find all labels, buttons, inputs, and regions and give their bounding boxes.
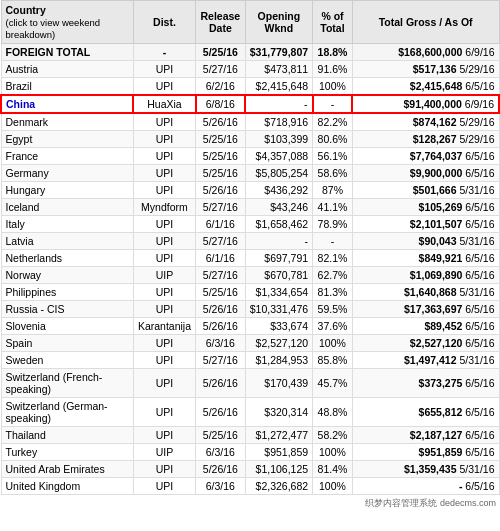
- cell-country: France: [1, 148, 133, 165]
- gross-amount: $9,900,000: [410, 167, 465, 179]
- cell-pct-total: 91.6%: [313, 61, 353, 78]
- cell-pct-total: 100%: [313, 444, 353, 461]
- gross-amount: $655,812: [419, 406, 466, 418]
- cell-country: Egypt: [1, 131, 133, 148]
- cell-country: Spain: [1, 335, 133, 352]
- cell-pct-total: -: [313, 233, 353, 250]
- cell-release-date: 6/8/16: [196, 95, 246, 113]
- cell-total-gross: $2,415,648 6/5/16: [352, 78, 499, 96]
- cell-country: Austria: [1, 61, 133, 78]
- cell-opening-wknd: $4,357,088: [245, 148, 312, 165]
- cell-total-gross: $874,162 5/29/16: [352, 113, 499, 131]
- cell-country: Hungary: [1, 182, 133, 199]
- cell-opening-wknd: $1,106,125: [245, 461, 312, 478]
- cell-opening-wknd: $1,658,462: [245, 216, 312, 233]
- cell-pct-total: 59.5%: [313, 301, 353, 318]
- cell-pct-total: 62.7%: [313, 267, 353, 284]
- cell-total-gross: $373,275 6/5/16: [352, 369, 499, 398]
- gross-amount: $373,275: [419, 377, 466, 389]
- cell-pct-total: -: [313, 95, 353, 113]
- cell-pct-total: 80.6%: [313, 131, 353, 148]
- cell-dist: UIP: [133, 267, 195, 284]
- cell-release-date: 5/25/16: [196, 165, 246, 182]
- gross-amount: $2,187,127: [410, 429, 465, 441]
- as-of-date: 6/5/16: [465, 377, 494, 389]
- cell-release-date: 6/3/16: [196, 444, 246, 461]
- cell-dist: Myndform: [133, 199, 195, 216]
- cell-country: United Arab Emirates: [1, 461, 133, 478]
- cell-total-gross: $105,269 6/5/16: [352, 199, 499, 216]
- cell-opening-wknd: $33,674: [245, 318, 312, 335]
- cell-pct-total: 81.4%: [313, 461, 353, 478]
- cell-dist: UPI: [133, 284, 195, 301]
- cell-dist: UPI: [133, 233, 195, 250]
- cell-total-gross: $2,527,120 6/5/16: [352, 335, 499, 352]
- cell-country: Slovenia: [1, 318, 133, 335]
- as-of-date: 6/9/16: [465, 98, 494, 110]
- as-of-date: 6/5/16: [465, 337, 494, 349]
- cell-dist: UPI: [133, 78, 195, 96]
- cell-release-date: 5/25/16: [196, 427, 246, 444]
- cell-opening-wknd: $697,791: [245, 250, 312, 267]
- cell-opening-wknd: $436,292: [245, 182, 312, 199]
- gross-amount: $91,400,000: [403, 98, 464, 110]
- cell-dist: UPI: [133, 165, 195, 182]
- as-of-date: 6/5/16: [465, 480, 494, 492]
- cell-release-date: 5/26/16: [196, 398, 246, 427]
- cell-release-date: 5/27/16: [196, 352, 246, 369]
- as-of-date: 5/31/16: [459, 184, 494, 196]
- as-of-date: 6/9/16: [465, 46, 494, 58]
- gross-amount: $2,101,507: [410, 218, 465, 230]
- cell-opening-wknd: $670,781: [245, 267, 312, 284]
- as-of-date: 6/5/16: [465, 303, 494, 315]
- cell-dist: UPI: [133, 352, 195, 369]
- cell-total-gross: $2,101,507 6/5/16: [352, 216, 499, 233]
- cell-pct-total: 56.1%: [313, 148, 353, 165]
- gross-amount: $517,136: [413, 63, 460, 75]
- cell-total-gross: $951,859 6/5/16: [352, 444, 499, 461]
- as-of-date: 6/5/16: [465, 446, 494, 458]
- cell-opening-wknd: $1,334,654: [245, 284, 312, 301]
- cell-release-date: 5/26/16: [196, 318, 246, 335]
- cell-total-gross: $501,666 5/31/16: [352, 182, 499, 199]
- cell-country[interactable]: China: [1, 95, 133, 113]
- cell-pct-total: 87%: [313, 182, 353, 199]
- gross-amount: $7,764,037: [410, 150, 465, 162]
- cell-release-date: 5/27/16: [196, 267, 246, 284]
- cell-dist: UPI: [133, 301, 195, 318]
- cell-dist: Karantanija: [133, 318, 195, 335]
- as-of-date: 5/31/16: [459, 286, 494, 298]
- cell-opening-wknd: $2,326,682: [245, 478, 312, 495]
- cell-country: Germany: [1, 165, 133, 182]
- cell-total-gross: $849,921 6/5/16: [352, 250, 499, 267]
- as-of-date: 5/31/16: [459, 235, 494, 247]
- cell-dist: UPI: [133, 250, 195, 267]
- cell-total-gross: $655,812 6/5/16: [352, 398, 499, 427]
- cell-dist: UPI: [133, 461, 195, 478]
- cell-total-gross: $1,640,868 5/31/16: [352, 284, 499, 301]
- cell-pct-total: 48.8%: [313, 398, 353, 427]
- cell-release-date: 5/27/16: [196, 233, 246, 250]
- gross-amount: $105,269: [419, 201, 466, 213]
- cell-total-gross: - 6/5/16: [352, 478, 499, 495]
- cell-dist: UPI: [133, 61, 195, 78]
- gross-amount: $2,527,120: [410, 337, 465, 349]
- as-of-date: 6/5/16: [465, 201, 494, 213]
- as-of-date: 5/31/16: [459, 463, 494, 475]
- cell-release-date: 6/2/16: [196, 78, 246, 96]
- cell-opening-wknd: $718,916: [245, 113, 312, 131]
- cell-dist: UPI: [133, 369, 195, 398]
- cell-opening-wknd: $1,272,477: [245, 427, 312, 444]
- cell-release-date: 6/1/16: [196, 216, 246, 233]
- cell-release-date: 5/26/16: [196, 369, 246, 398]
- as-of-date: 5/31/16: [459, 354, 494, 366]
- gross-amount: $2,415,648: [410, 80, 465, 92]
- cell-opening-wknd: $10,331,476: [245, 301, 312, 318]
- gross-amount: $951,859: [419, 446, 466, 458]
- cell-release-date: 5/25/16: [196, 148, 246, 165]
- cell-dist: UPI: [133, 216, 195, 233]
- header-pct-total: % of Total: [313, 1, 353, 44]
- as-of-date: 6/5/16: [465, 167, 494, 179]
- cell-release-date: 5/27/16: [196, 199, 246, 216]
- cell-total-gross: $168,600,000 6/9/16: [352, 44, 499, 61]
